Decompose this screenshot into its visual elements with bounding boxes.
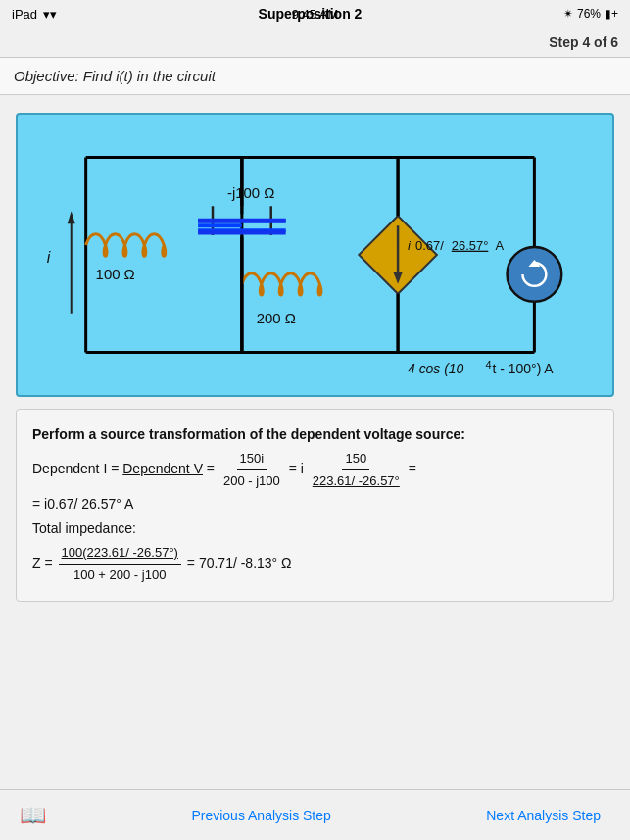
bottom-toolbar: 📖 Previous Analysis Step Next Analysis S… [0, 789, 630, 840]
frac3-num: 100(223.61/ -26.57°) [59, 542, 181, 564]
svg-text:4 cos (10: 4 cos (10 [408, 361, 464, 376]
time-display: 9:45 AM [292, 7, 339, 22]
desc-eq2: = i [289, 461, 308, 476]
step-label: Step 4 of 6 [549, 34, 618, 50]
battery-icon: ▮+ [605, 7, 618, 21]
svg-marker-7 [68, 211, 75, 223]
frac2-num: 150 [342, 448, 369, 469]
svg-text:i: i [47, 249, 51, 266]
battery-percent: 76% [577, 7, 601, 21]
svg-text:4: 4 [486, 359, 492, 371]
fraction3: 100(223.61/ -26.57°) 100 + 200 - j100 [59, 542, 181, 585]
prev-step-button[interactable]: Previous Analysis Step [181, 802, 340, 829]
nav-bar: Step 4 of 6 [0, 27, 630, 57]
objective-bar: Objective: Find i(t) in the circuit [0, 58, 630, 95]
svg-point-29 [508, 247, 562, 302]
svg-text:26.57°: 26.57° [452, 238, 489, 253]
device-label: iPad [12, 7, 37, 22]
desc-dependent-label: Dependent I = Dependent V = [32, 461, 218, 476]
svg-text:A: A [496, 238, 505, 253]
circuit-diagram: i 100 Ω -j100 Ω 200 Ω i 0.67/ 26.57° A [16, 113, 614, 397]
objective-text: Objective: Find i(t) in the circuit [14, 68, 216, 84]
next-step-button[interactable]: Next Analysis Step [476, 802, 610, 829]
book-icon[interactable]: 📖 [20, 803, 46, 828]
z-label: Z = [32, 555, 57, 570]
frac2-den: 223.61/ -26.57° [310, 470, 403, 491]
svg-text:t - 100°) A: t - 100°) A [493, 361, 555, 376]
desc-line3: = i0.67/ 26.57° A [32, 493, 598, 516]
svg-text:200 Ω: 200 Ω [257, 310, 296, 326]
desc-line4: Total impedance: [32, 518, 598, 540]
desc-eq3: = [409, 461, 416, 476]
status-right: ✴ 76% ▮+ [563, 7, 618, 21]
frac3-den: 100 + 200 - j100 [71, 565, 169, 585]
frac1-num: 150i [237, 448, 267, 469]
desc-line2: Dependent I = Dependent V = 150i 200 - j… [32, 448, 598, 491]
status-left: iPad ▾▾ [12, 7, 57, 22]
z-result: = 70.71/ -8.13° Ω [187, 555, 292, 570]
svg-text:100 Ω: 100 Ω [96, 266, 135, 282]
fraction2: 150 223.61/ -26.57° [310, 448, 403, 491]
svg-text:-j100 Ω: -j100 Ω [227, 184, 274, 201]
desc-line5: Z = 100(223.61/ -26.57°) 100 + 200 - j10… [32, 542, 598, 585]
fraction1: 150i 200 - j100 [220, 448, 283, 491]
bluetooth-icon: ✴ [563, 7, 573, 21]
desc-line1: Perform a source transformation of the d… [32, 423, 598, 446]
svg-text:0.67/: 0.67/ [415, 238, 444, 253]
description-area: Perform a source transformation of the d… [16, 409, 614, 602]
frac1-den: 200 - j100 [220, 470, 283, 491]
wifi-icon: ▾▾ [43, 7, 57, 22]
